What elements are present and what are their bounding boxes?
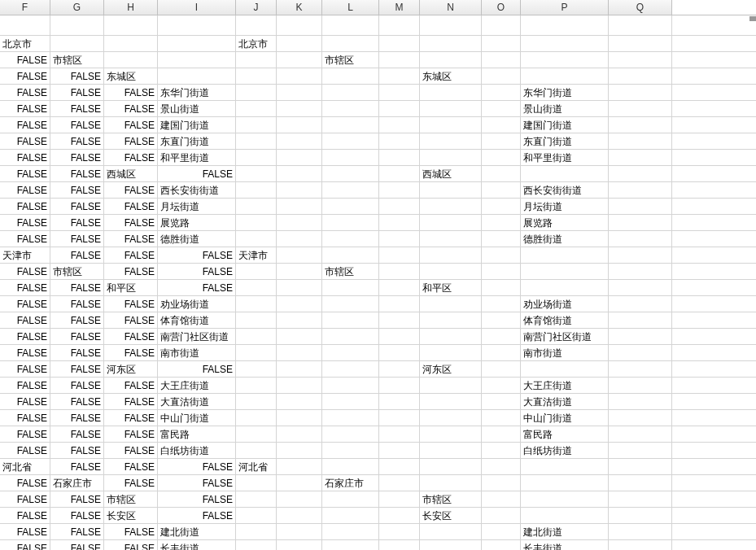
cell-J-12[interactable] xyxy=(236,199,277,214)
col-header-F[interactable]: F xyxy=(0,0,50,15)
cell-N-21[interactable] xyxy=(420,345,482,360)
cell-Q-14[interactable] xyxy=(609,231,672,247)
cell-P-20[interactable]: 南营门社区街道 xyxy=(521,329,609,344)
cell-Q-9[interactable] xyxy=(609,150,672,165)
cell-G-4[interactable]: FALSE xyxy=(50,68,104,84)
cell-G-24[interactable]: FALSE xyxy=(50,394,104,409)
cell-M-8[interactable] xyxy=(379,133,420,149)
cell-Q-31[interactable] xyxy=(609,508,672,523)
cell-P-3[interactable] xyxy=(521,52,609,68)
cell-H-13[interactable]: FALSE xyxy=(104,215,158,230)
cell-G-31[interactable]: FALSE xyxy=(50,508,104,523)
cell-O-1[interactable] xyxy=(482,15,521,35)
cell-G-11[interactable]: FALSE xyxy=(50,182,104,198)
cell-G-28[interactable]: FALSE xyxy=(50,459,104,474)
cell-G-29[interactable]: 石家庄市 xyxy=(50,475,104,491)
cell-Q-28[interactable] xyxy=(609,459,672,474)
cell-Q-23[interactable] xyxy=(609,378,672,393)
cell-J-23[interactable] xyxy=(236,378,277,393)
cell-H-23[interactable]: FALSE xyxy=(104,378,158,393)
cell-K-2[interactable] xyxy=(277,36,322,51)
cell-K-11[interactable] xyxy=(277,182,322,198)
cell-I-30[interactable]: FALSE xyxy=(158,491,236,507)
cell-L-8[interactable] xyxy=(322,133,379,149)
cell-O-3[interactable] xyxy=(482,52,521,68)
cell-G-17[interactable]: FALSE xyxy=(50,280,104,295)
cell-N-27[interactable] xyxy=(420,443,482,458)
cell-M-1[interactable] xyxy=(379,15,420,35)
cell-H-22[interactable]: 河东区 xyxy=(104,361,158,377)
cell-F-23[interactable]: FALSE xyxy=(0,378,50,393)
cell-Q-15[interactable] xyxy=(609,247,672,263)
cell-H-30[interactable]: 市辖区 xyxy=(104,491,158,507)
cell-J-21[interactable] xyxy=(236,345,277,360)
cell-O-22[interactable] xyxy=(482,361,521,377)
cell-N-8[interactable] xyxy=(420,133,482,149)
cell-M-26[interactable] xyxy=(379,426,420,442)
cell-O-15[interactable] xyxy=(482,247,521,263)
cell-Q-17[interactable] xyxy=(609,280,672,295)
cell-N-19[interactable] xyxy=(420,312,482,328)
cell-F-3[interactable]: FALSE xyxy=(0,52,50,68)
cell-M-4[interactable] xyxy=(379,68,420,84)
cell-F-22[interactable]: FALSE xyxy=(0,361,50,377)
cell-P-32[interactable]: 建北街道 xyxy=(521,524,609,539)
cell-F-9[interactable]: FALSE xyxy=(0,150,50,165)
cell-J-11[interactable] xyxy=(236,182,277,198)
cell-I-8[interactable]: 东直门街道 xyxy=(158,133,236,149)
cell-L-18[interactable] xyxy=(322,296,379,312)
cell-L-23[interactable] xyxy=(322,378,379,393)
cell-O-21[interactable] xyxy=(482,345,521,360)
cell-P-9[interactable]: 和平里街道 xyxy=(521,150,609,165)
cell-F-7[interactable]: FALSE xyxy=(0,117,50,133)
cell-M-6[interactable] xyxy=(379,101,420,116)
cell-J-13[interactable] xyxy=(236,215,277,230)
cell-K-32[interactable] xyxy=(277,524,322,539)
cell-G-18[interactable]: FALSE xyxy=(50,296,104,312)
cell-Q-18[interactable] xyxy=(609,296,672,312)
cell-J-28[interactable]: 河北省 xyxy=(236,459,277,474)
cell-H-8[interactable]: FALSE xyxy=(104,133,158,149)
cell-J-1[interactable] xyxy=(236,15,277,35)
cell-Q-30[interactable] xyxy=(609,491,672,507)
cell-K-19[interactable] xyxy=(277,312,322,328)
col-header-G[interactable]: G xyxy=(50,0,104,15)
cell-L-11[interactable] xyxy=(322,182,379,198)
cell-H-33[interactable]: FALSE xyxy=(104,540,158,550)
cell-I-2[interactable] xyxy=(158,36,236,51)
cell-F-14[interactable]: FALSE xyxy=(0,231,50,247)
cell-H-4[interactable]: 东城区 xyxy=(104,68,158,84)
cell-L-15[interactable] xyxy=(322,247,379,263)
cell-J-24[interactable] xyxy=(236,394,277,409)
cell-N-29[interactable] xyxy=(420,475,482,491)
cell-O-24[interactable] xyxy=(482,394,521,409)
cell-P-11[interactable]: 西长安街街道 xyxy=(521,182,609,198)
cell-J-14[interactable] xyxy=(236,231,277,247)
cell-J-6[interactable] xyxy=(236,101,277,116)
cell-L-17[interactable] xyxy=(322,280,379,295)
cell-N-3[interactable] xyxy=(420,52,482,68)
cell-F-16[interactable]: FALSE xyxy=(0,264,50,279)
cell-O-18[interactable] xyxy=(482,296,521,312)
cell-L-30[interactable] xyxy=(322,491,379,507)
cell-Q-11[interactable] xyxy=(609,182,672,198)
cell-F-32[interactable]: FALSE xyxy=(0,524,50,539)
cell-K-27[interactable] xyxy=(277,443,322,458)
cell-M-21[interactable] xyxy=(379,345,420,360)
cell-P-4[interactable] xyxy=(521,68,609,84)
cell-F-11[interactable]: FALSE xyxy=(0,182,50,198)
cell-K-10[interactable] xyxy=(277,166,322,181)
cell-I-31[interactable]: FALSE xyxy=(158,508,236,523)
cell-I-5[interactable]: 东华门街道 xyxy=(158,85,236,100)
spreadsheet-grid[interactable]: FGHIJKLMNOPQ 北京市北京市FALSE市辖区市辖区FALSEFALSE… xyxy=(0,0,756,550)
cell-J-8[interactable] xyxy=(236,133,277,149)
cell-L-7[interactable] xyxy=(322,117,379,133)
cell-P-25[interactable]: 中山门街道 xyxy=(521,410,609,426)
cell-P-8[interactable]: 东直门街道 xyxy=(521,133,609,149)
cell-M-11[interactable] xyxy=(379,182,420,198)
cell-J-3[interactable] xyxy=(236,52,277,68)
cell-I-25[interactable]: 中山门街道 xyxy=(158,410,236,426)
cell-Q-2[interactable] xyxy=(609,36,672,51)
cell-J-30[interactable] xyxy=(236,491,277,507)
cell-G-32[interactable]: FALSE xyxy=(50,524,104,539)
